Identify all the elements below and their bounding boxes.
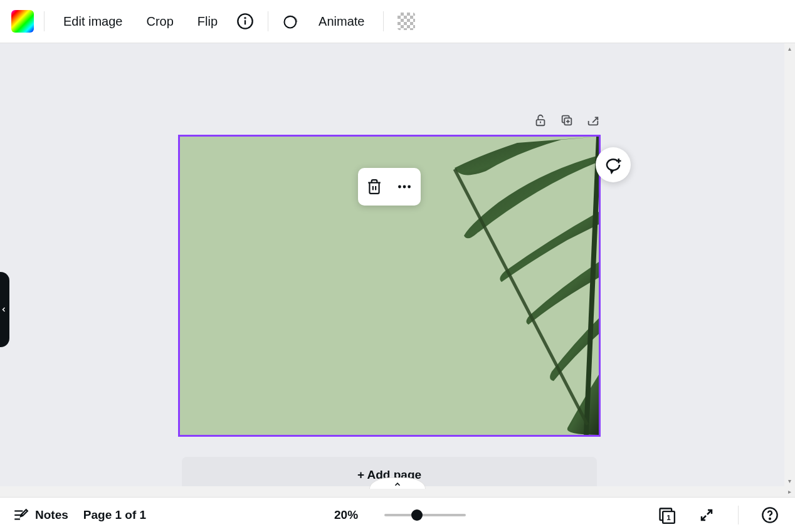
zoom-slider[interactable] xyxy=(384,514,466,516)
expand-timeline-handle[interactable] xyxy=(369,477,426,489)
color-picker-swatch[interactable] xyxy=(11,10,34,33)
style-copy-button[interactable] xyxy=(278,9,303,34)
svg-point-2 xyxy=(245,18,246,18)
trash-icon xyxy=(366,179,382,195)
flip-button[interactable]: Flip xyxy=(189,9,226,34)
ai-chat-icon xyxy=(604,155,623,174)
vertical-scrollbar[interactable]: ▴ ▾ xyxy=(784,43,795,486)
svg-point-12 xyxy=(398,185,401,189)
duplicate-icon xyxy=(560,113,574,127)
fullscreen-icon xyxy=(699,508,714,523)
lock-page-button[interactable] xyxy=(533,113,548,128)
svg-point-26 xyxy=(769,518,771,519)
duplicate-page-button[interactable] xyxy=(559,113,574,128)
selection-context-toolbar xyxy=(358,168,421,206)
share-icon xyxy=(586,113,600,127)
divider xyxy=(44,11,45,31)
help-icon xyxy=(761,506,779,524)
chevron-up-icon xyxy=(393,480,402,489)
delete-button[interactable] xyxy=(361,173,388,201)
help-button[interactable] xyxy=(757,503,782,528)
grid-view-icon: 1 xyxy=(658,506,675,524)
ai-assist-button[interactable] xyxy=(596,147,631,182)
svg-line-9 xyxy=(592,117,598,122)
more-horizontal-icon xyxy=(396,179,413,195)
info-icon xyxy=(236,13,254,30)
svg-text:1: 1 xyxy=(666,513,671,521)
notes-label: Notes xyxy=(35,508,68,522)
fullscreen-button[interactable] xyxy=(694,503,719,528)
divider xyxy=(268,11,268,31)
svg-point-13 xyxy=(403,185,406,189)
export-page-button[interactable] xyxy=(586,113,601,128)
scroll-up-icon: ▴ xyxy=(786,44,794,53)
editor-workspace: + Add page ▴ ▾ ▸ xyxy=(0,43,795,497)
top-toolbar: Edit image Crop Flip Animate xyxy=(0,0,795,43)
style-copy-icon xyxy=(282,13,300,30)
bottom-bar: Notes Page 1 of 1 20% 1 xyxy=(0,497,795,532)
transparency-icon xyxy=(398,13,415,30)
canvas-page[interactable] xyxy=(178,135,601,437)
selection-frame[interactable] xyxy=(178,135,601,437)
more-options-button[interactable] xyxy=(391,173,418,201)
unlock-icon xyxy=(534,113,547,127)
grid-view-button[interactable]: 1 xyxy=(654,503,679,528)
divider xyxy=(383,11,384,31)
svg-point-14 xyxy=(408,185,411,189)
scroll-down-icon: ▾ xyxy=(786,477,794,485)
chevron-left-icon xyxy=(0,306,8,313)
expand-sidebar-handle[interactable] xyxy=(0,272,9,347)
zoom-slider-handle[interactable] xyxy=(411,509,423,521)
transparency-button[interactable] xyxy=(394,9,419,34)
scroll-right-icon: ▸ xyxy=(786,488,794,496)
edit-image-button[interactable]: Edit image xyxy=(55,9,132,34)
notes-icon xyxy=(13,507,29,523)
page-indicator[interactable]: Page 1 of 1 xyxy=(83,508,146,522)
zoom-percent[interactable]: 20% xyxy=(334,508,358,522)
crop-button[interactable]: Crop xyxy=(138,9,182,34)
divider xyxy=(738,506,739,524)
page-tools xyxy=(533,113,601,128)
notes-button[interactable]: Notes xyxy=(13,507,68,523)
info-button[interactable] xyxy=(233,9,258,34)
animate-button[interactable]: Animate xyxy=(310,9,373,34)
